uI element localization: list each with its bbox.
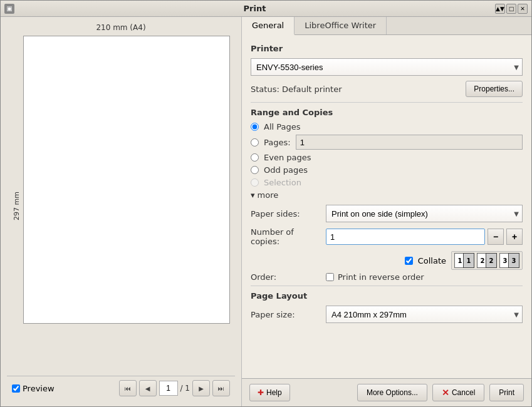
copies-minus-button[interactable]: − bbox=[488, 229, 504, 245]
main-content: 210 mm (A4) 297 mm Preview ⏮ ◀ / 1 ▶ ⏭ bbox=[1, 17, 531, 406]
radio-even-label: Even pages bbox=[264, 153, 311, 162]
collate-row: Collate 1 1 2 2 3 bbox=[251, 251, 523, 270]
page-of-label: / 1 bbox=[180, 384, 190, 393]
paper-sides-select[interactable]: Print on one side (simplex) Print on bot… bbox=[326, 205, 523, 222]
collate-set-1: 1 1 bbox=[454, 253, 474, 268]
printer-dropdown-wrapper: ENVY-5530-series PDF Other Printer ▼ bbox=[251, 58, 523, 76]
radio-selection-label: Selection bbox=[264, 178, 301, 187]
preview-checkbox[interactable] bbox=[12, 384, 20, 393]
more-options-button[interactable]: More Options... bbox=[357, 384, 427, 401]
paper-sides-label: Paper sides: bbox=[251, 209, 320, 219]
nav-next-button[interactable]: ▶ bbox=[192, 380, 210, 396]
printer-select[interactable]: ENVY-5530-series PDF Other Printer bbox=[251, 58, 523, 76]
page-height-label: 297 mm bbox=[13, 192, 21, 220]
status-value: Default printer bbox=[282, 85, 342, 94]
page-layout-title: Page Layout bbox=[251, 291, 523, 301]
radio-pages-input[interactable] bbox=[251, 138, 259, 147]
dialog-icon: ▣ bbox=[4, 4, 14, 14]
cancel-icon: ✕ bbox=[442, 388, 449, 398]
collate-checkbox[interactable] bbox=[405, 257, 413, 265]
radio-all-pages-input[interactable] bbox=[251, 123, 259, 131]
help-label: Help bbox=[266, 388, 282, 397]
radio-even-pages: Even pages bbox=[251, 153, 523, 162]
nav-prev-button[interactable]: ◀ bbox=[139, 380, 157, 396]
preview-label: Preview bbox=[23, 384, 55, 393]
radio-odd-pages: Odd pages bbox=[251, 165, 523, 175]
print-button[interactable]: Print bbox=[489, 384, 524, 401]
preview-container: 297 mm bbox=[13, 36, 230, 376]
paper-sides-row: Paper sides: Print on one side (simplex)… bbox=[251, 205, 523, 222]
minimize-button[interactable]: ▲▼ bbox=[495, 4, 505, 14]
print-dialog: ▣ Print ▲▼ □ ✕ 210 mm (A4) 297 mm Previe… bbox=[0, 0, 532, 407]
collate-page-2b: 2 bbox=[486, 253, 497, 268]
order-label: Order: bbox=[251, 272, 320, 282]
radio-odd-label: Odd pages bbox=[264, 165, 308, 175]
range-copies-section: Range and Copies All Pages Pages: bbox=[251, 108, 523, 282]
radio-odd-input[interactable] bbox=[251, 166, 259, 174]
radio-all-pages-label: All Pages bbox=[264, 122, 301, 131]
footer-left: ✚ Help bbox=[249, 384, 290, 401]
radio-all-pages: All Pages bbox=[251, 122, 523, 131]
cancel-label: Cancel bbox=[452, 388, 475, 397]
dialog-title: Print bbox=[244, 4, 266, 13]
paper-size-dropdown-wrapper: A4 210mm x 297mm Letter Legal ▼ bbox=[326, 306, 523, 323]
footer: ✚ Help More Options... ✕ Cancel Print bbox=[242, 378, 531, 406]
radio-pages-label: Pages: bbox=[264, 138, 291, 147]
status-row: Status: Default printer Properties... bbox=[251, 81, 523, 97]
collate-set-3: 3 3 bbox=[499, 253, 519, 268]
reverse-order-checkbox[interactable] bbox=[326, 273, 334, 281]
printer-section-title: Printer bbox=[251, 44, 523, 53]
reverse-order-label: Print in reverse order bbox=[338, 272, 424, 282]
collate-page-1b: 1 bbox=[463, 253, 474, 268]
settings-content: Printer ENVY-5530-series PDF Other Print… bbox=[242, 35, 531, 378]
radio-pages: Pages: bbox=[251, 135, 523, 150]
copies-input-wrapper: − + bbox=[326, 229, 523, 245]
maximize-button[interactable]: □ bbox=[506, 4, 516, 14]
copies-label: Number of copies: bbox=[251, 227, 320, 246]
page-layout-section: Page Layout Paper size: A4 210mm x 297mm… bbox=[251, 291, 523, 323]
page-number-input[interactable] bbox=[159, 381, 178, 396]
properties-button[interactable]: Properties... bbox=[466, 81, 523, 97]
collate-icon-group: 1 1 2 2 3 3 bbox=[451, 251, 523, 270]
collate-set-2: 2 2 bbox=[477, 253, 497, 268]
divider-1 bbox=[251, 102, 523, 103]
tab-libreoffice[interactable]: LibreOffice Writer bbox=[295, 17, 387, 34]
collate-page-3b: 3 bbox=[508, 253, 519, 268]
collate-label: Collate bbox=[418, 256, 446, 265]
copies-plus-button[interactable]: + bbox=[506, 229, 523, 245]
paper-size-label: Paper size: bbox=[251, 310, 320, 319]
range-copies-title: Range and Copies bbox=[251, 108, 523, 117]
nav-first-button[interactable]: ⏮ bbox=[119, 380, 137, 396]
more-label: more bbox=[258, 190, 279, 200]
page-preview bbox=[23, 36, 230, 324]
preview-panel: 210 mm (A4) 297 mm Preview ⏮ ◀ / 1 ▶ ⏭ bbox=[1, 17, 242, 406]
pages-text-input[interactable] bbox=[296, 135, 523, 150]
status-text: Status: Default printer bbox=[251, 85, 342, 94]
radio-even-input[interactable] bbox=[251, 153, 259, 162]
paper-size-row: Paper size: A4 210mm x 297mm Letter Lega… bbox=[251, 306, 523, 323]
more-link[interactable]: ▾ more bbox=[251, 190, 523, 200]
copies-row: Number of copies: − + bbox=[251, 227, 523, 246]
copies-input[interactable] bbox=[326, 229, 485, 245]
settings-panel: General LibreOffice Writer Printer ENVY-… bbox=[242, 17, 531, 406]
paper-size-select[interactable]: A4 210mm x 297mm Letter Legal bbox=[326, 306, 523, 323]
divider-2 bbox=[251, 286, 523, 286]
reverse-order-wrapper: Print in reverse order bbox=[326, 272, 424, 282]
order-row: Order: Print in reverse order bbox=[251, 272, 523, 282]
tab-general[interactable]: General bbox=[242, 17, 295, 35]
help-button[interactable]: ✚ Help bbox=[249, 384, 290, 401]
preview-checkbox-wrapper: Preview bbox=[12, 384, 55, 393]
more-icon: ▾ bbox=[251, 190, 255, 200]
tab-bar: General LibreOffice Writer bbox=[242, 17, 531, 35]
close-button[interactable]: ✕ bbox=[518, 4, 528, 14]
page-width-label: 210 mm (A4) bbox=[96, 23, 145, 32]
radio-selection-input[interactable] bbox=[251, 178, 259, 187]
cancel-button[interactable]: ✕ Cancel bbox=[432, 384, 484, 401]
nav-last-button[interactable]: ⏭ bbox=[212, 380, 230, 396]
titlebar-buttons: ▲▼ □ ✕ bbox=[495, 4, 528, 14]
preview-footer: Preview ⏮ ◀ / 1 ▶ ⏭ bbox=[7, 376, 235, 400]
radio-selection: Selection bbox=[251, 178, 523, 187]
titlebar: ▣ Print ▲▼ □ ✕ bbox=[1, 1, 531, 17]
status-label: Status: bbox=[251, 85, 279, 94]
help-icon: ✚ bbox=[258, 388, 264, 397]
